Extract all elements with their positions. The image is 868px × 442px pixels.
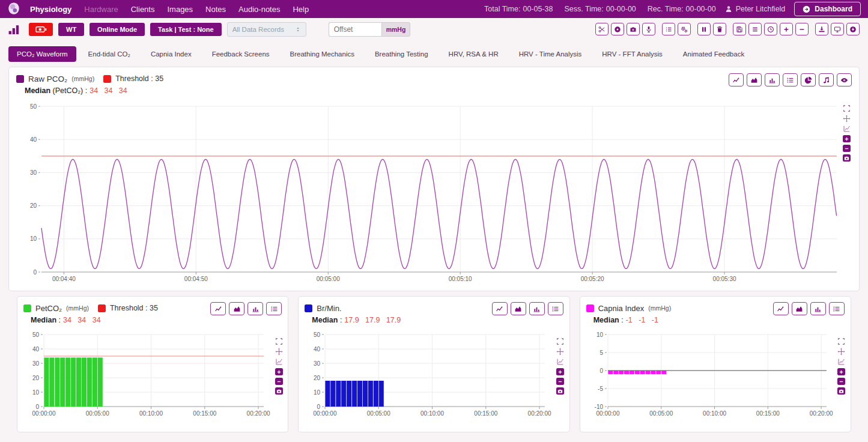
select-button[interactable] [837, 338, 846, 345]
tab-end-tidal-co2[interactable]: End-tidal CO₂ [80, 46, 139, 62]
tab-pco2-waveform[interactable]: PCO₂ Waveform [8, 46, 76, 62]
tab-hrv-time-analysis[interactable]: HRV - Time Analysis [511, 46, 590, 62]
clock-button[interactable] [764, 23, 777, 35]
list-button[interactable] [266, 302, 282, 315]
zoom-in-button[interactable] [556, 368, 564, 375]
zoom-out-button[interactable] [843, 145, 851, 152]
eye-button[interactable] [837, 73, 852, 86]
pie-button[interactable] [801, 73, 816, 86]
pco2-waveform-plot[interactable]: 0102030405000:04:4000:04:5000:05:0000:05… [16, 100, 845, 288]
bar-chart-button[interactable] [765, 73, 780, 86]
raw-pco2-legend-swatch [16, 75, 24, 83]
svg-text:30: 30 [314, 360, 321, 367]
microphone-button[interactable] [642, 23, 655, 35]
brmin-median-readout: Median :17.9 17.9 17.9 [312, 316, 563, 326]
list-button[interactable] [829, 302, 845, 315]
nav-item-physiology[interactable]: Physiology [30, 5, 71, 14]
save-button[interactable] [733, 23, 746, 35]
pan-button[interactable] [556, 348, 565, 356]
wt-button[interactable]: WT [58, 23, 84, 36]
pan-button[interactable] [837, 348, 846, 356]
svg-text:10: 10 [32, 389, 40, 396]
recording-time: Rec. Time:00-00-00 [645, 5, 716, 13]
user-menu[interactable]: Peter Litchfield [725, 5, 786, 13]
tab-feedback-screens[interactable]: Feedback Screens [204, 46, 278, 62]
dashboard-button[interactable]: Dashboard [794, 2, 861, 16]
display-button[interactable] [831, 23, 844, 35]
bar-chart-button[interactable] [810, 302, 826, 315]
camera-button[interactable] [627, 23, 640, 35]
toolbar-icon-group [815, 23, 860, 35]
toolbar-icon-buttons [595, 23, 860, 35]
minus-button[interactable] [795, 23, 809, 35]
zoom-out-button[interactable] [837, 378, 845, 385]
nav-item-images[interactable]: Images [167, 5, 193, 14]
select-button[interactable] [556, 338, 565, 345]
capnia-trend-plot[interactable]: -10-5051000:00:0000:05:0000:10:0000:15:0… [586, 330, 839, 421]
cogs-button[interactable] [678, 23, 691, 35]
zoom-in-button[interactable] [275, 368, 283, 375]
snapshot-button[interactable] [837, 387, 845, 395]
nav-item-audio-notes[interactable]: Audio-notes [238, 5, 280, 14]
list-button[interactable] [548, 302, 563, 315]
nav-item-hardware[interactable]: Hardware [84, 5, 118, 14]
line-chart-button[interactable] [729, 73, 744, 86]
tab-hrv-rsa-hr[interactable]: HRV, RSA & HR [440, 46, 507, 62]
main-chart-toolbar [729, 73, 852, 86]
svg-text:40: 40 [32, 346, 40, 353]
nav-item-clients[interactable]: Clients [131, 5, 155, 14]
plus-button[interactable] [780, 23, 793, 35]
pause-button[interactable] [697, 23, 711, 35]
area-chart-button[interactable] [792, 302, 807, 315]
line-chart-button[interactable] [773, 302, 789, 315]
pan-button[interactable] [842, 115, 851, 123]
brmin-trend-plot[interactable]: 0102030405000:00:0000:05:0000:10:0000:15… [305, 330, 557, 421]
task-test-button[interactable]: Task | Test : None [150, 23, 222, 36]
select-button[interactable] [275, 338, 283, 345]
svg-text:00:04:40: 00:04:40 [52, 276, 76, 282]
line-chart-button[interactable] [492, 302, 508, 315]
select-button[interactable] [842, 104, 851, 112]
area-chart-button[interactable] [229, 302, 244, 315]
music-button[interactable] [819, 73, 834, 86]
nav-item-help[interactable]: Help [293, 5, 309, 14]
zoom-in-button[interactable] [837, 368, 845, 375]
snapshot-button[interactable] [275, 387, 283, 395]
zoom-out-button[interactable] [556, 378, 564, 385]
autoscale-button[interactable] [837, 358, 846, 366]
task-list-button[interactable] [662, 23, 675, 35]
snapshot-button[interactable] [556, 387, 564, 395]
list-button[interactable] [783, 73, 798, 86]
nav-item-notes[interactable]: Notes [205, 5, 226, 14]
zoom-in-button[interactable] [843, 135, 851, 142]
download-button[interactable] [815, 23, 828, 35]
trash-button[interactable] [713, 23, 726, 35]
battery-status-button[interactable] [29, 23, 53, 36]
svg-text:00:20:00: 00:20:00 [247, 410, 270, 417]
zoom-out-button[interactable] [275, 378, 283, 385]
bar-chart-button[interactable] [247, 302, 263, 315]
cut-button[interactable] [595, 23, 609, 35]
bar-chart-button[interactable] [529, 302, 545, 315]
tab-animated-feedback[interactable]: Animated Feedback [675, 46, 753, 62]
petco2-trend-plot[interactable]: 0102030405000:00:0000:05:0000:10:0000:15… [23, 330, 276, 421]
arrow-circle-down-button[interactable] [846, 23, 860, 35]
line-chart-button[interactable] [210, 302, 226, 315]
snapshot-button[interactable] [843, 154, 851, 162]
tab-breathing-testing[interactable]: Breathing Testing [366, 46, 437, 62]
area-chart-button[interactable] [747, 73, 762, 86]
online-mode-button[interactable]: Online Mode [90, 23, 145, 36]
tab-hrv-fft-analysis[interactable]: HRV - FFT Analysis [593, 46, 671, 62]
pan-button[interactable] [275, 348, 283, 356]
autoscale-button[interactable] [275, 358, 283, 366]
offset-input[interactable] [329, 22, 381, 37]
data-records-select[interactable]: All Data Records [227, 22, 306, 37]
tab-breathing-mechanics[interactable]: Breathing Mechanics [282, 46, 363, 62]
menu-button[interactable] [748, 23, 762, 35]
area-chart-button[interactable] [511, 302, 526, 315]
record-button[interactable] [611, 23, 624, 35]
brmin-chart-toolbar [492, 302, 563, 315]
autoscale-button[interactable] [556, 358, 565, 366]
autoscale-button[interactable] [842, 125, 851, 133]
tab-capnia-index[interactable]: Capnia Index [142, 46, 200, 62]
